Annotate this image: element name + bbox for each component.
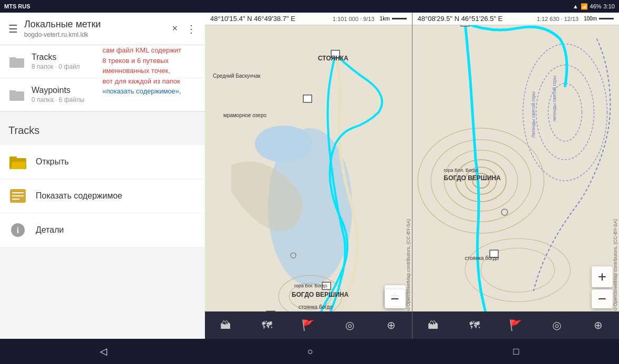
coord-text-left: 48°10'15.4" N 46°49'38.7" E — [210, 15, 295, 23]
map-panel-left[interactable]: 48°10'15.4" N 46°49'38.7" E 1:101 000 · … — [205, 13, 412, 339]
file-list: Tracks 8 папок · 0 файл сам файл KML сод… — [0, 45, 205, 112]
tracks-section: Tracks Открыть — [0, 112, 205, 256]
attribution-left: ©OpenStreetMap contributors, (CC-BY-SA) — [406, 219, 411, 311]
panel-header: ☰ Локальные метки bogdo-vetert.ru.kml.ld… — [0, 13, 205, 45]
map-panels: 48°10'15.4" N 46°49'38.7" E 1:101 000 · … — [205, 13, 619, 339]
scale-bar-label-left: 1km — [380, 16, 390, 22]
android-nav: ◁ ○ □ — [0, 339, 619, 364]
time-text: 3:10 — [604, 3, 615, 9]
details-action[interactable]: i Детали — [0, 213, 205, 247]
svg-rect-2 — [9, 91, 24, 101]
open-action[interactable]: Открыть — [0, 145, 205, 179]
show-contents-label: Показать содержимое — [36, 191, 122, 201]
zoom-plus-right[interactable]: + — [592, 266, 613, 287]
wifi-icon: 📶 — [581, 3, 588, 10]
map-label-stoyanka-bogdo: стоянка богдо — [298, 304, 333, 310]
map-label-legends: Легенды святой горы — [531, 91, 536, 138]
tooltip-line2: 8 треков и 6 путевых — [102, 56, 202, 66]
main-content: ☰ Локальные метки bogdo-vetert.ru.kml.ld… — [0, 13, 619, 339]
map-toolbar-right: 🏔 🗺 🚩 ◎ ⊕ — [412, 311, 620, 339]
map-label-bogdo-r: БОГДО ВЕРШИНА — [444, 174, 501, 182]
scale-line-right — [599, 18, 614, 19]
battery-text: 46% — [590, 3, 602, 9]
open-label: Открыть — [36, 157, 69, 167]
zoom-minus-left[interactable]: − — [385, 289, 406, 308]
terrain-tool-left[interactable]: 🏔 — [215, 315, 236, 336]
layers-tool-left[interactable]: 🗺 — [256, 315, 277, 336]
map-label-legends2: легенды святой горы — [552, 76, 557, 122]
tooltip-line1: сам файл KML содержит — [102, 45, 202, 56]
more-icon[interactable]: ⋮ — [186, 23, 197, 35]
map-label-stoyanka-r: стоянка богдо — [465, 255, 499, 261]
scale-info-left: 1:101 000 · 9/13 — [333, 16, 375, 22]
layers-tool-right[interactable]: 🗺 — [464, 315, 485, 336]
info-icon: i — [8, 221, 27, 240]
scale-line-left — [392, 18, 407, 19]
svg-text:i: i — [17, 226, 19, 235]
map-label-bask: Средний Баскунчак — [213, 73, 261, 79]
map-label-bogdo-small-r: гора Бол. Богдо — [444, 168, 479, 173]
svg-rect-0 — [9, 58, 24, 68]
tooltip-line4: вот для каждой из папок — [102, 76, 202, 87]
location-tool-right[interactable]: ◎ — [546, 315, 568, 336]
map-background-left — [205, 13, 412, 339]
scale-bar-left: 1km — [380, 16, 407, 22]
compass-tool-right[interactable]: ⊕ — [588, 315, 609, 336]
tooltip-line5: «показать содержимое», — [102, 86, 202, 97]
map-label-bogdo-small: гора Бог. Богдо — [294, 283, 327, 288]
status-bar: MTS RUS ▲ 📶 46% 3:10 — [0, 0, 619, 13]
map-panel-right[interactable]: 48°08'29.5" N 46°51'26.5" E 1:12 630 · 1… — [412, 13, 620, 339]
map-toolbar-left: 🏔 🗺 🚩 ◎ ⊕ — [205, 311, 412, 339]
flag-tool-right[interactable]: 🚩 — [505, 315, 526, 336]
list-item[interactable]: Tracks 8 папок · 0 файл сам файл KML сод… — [0, 45, 205, 78]
info-tooltip: сам файл KML содержит 8 треков и 6 путев… — [102, 45, 202, 97]
details-label: Детали — [36, 225, 64, 235]
coord-bar-right: 48°08'29.5" N 46°51'26.5" E 1:12 630 · 1… — [412, 13, 620, 25]
svg-rect-5 — [9, 157, 17, 159]
zoom-minus-right[interactable]: − — [592, 289, 613, 308]
terrain-tool-right[interactable]: 🏔 — [422, 315, 443, 336]
section-title: Tracks — [0, 120, 205, 145]
home-button[interactable]: ○ — [295, 342, 326, 361]
close-icon[interactable]: × — [172, 23, 178, 34]
coord-bar-left: 48°10'15.4" N 46°49'38.7" E 1:101 000 · … — [205, 13, 412, 25]
svg-rect-21 — [303, 95, 312, 102]
left-panel: ☰ Локальные метки bogdo-vetert.ru.kml.ld… — [0, 13, 205, 339]
attribution-right: ©OpenStreetMap contributors, (CC-BY-SA) — [613, 219, 618, 311]
coord-text-right: 48°08'29.5" N 46°51'26.5" E — [418, 15, 503, 23]
folder-icon — [8, 86, 25, 103]
status-right: ▲ 📶 46% 3:10 — [573, 3, 615, 10]
folder-open-icon — [8, 152, 27, 171]
panel-title: Локальные метки — [24, 19, 166, 30]
carrier-text: MTS RUS — [4, 3, 30, 9]
svg-marker-6 — [11, 162, 26, 169]
flag-tool-left[interactable]: 🚩 — [298, 315, 319, 336]
svg-rect-1 — [9, 57, 16, 59]
recent-button[interactable]: □ — [501, 342, 532, 361]
list-icon — [8, 186, 27, 205]
svg-point-17 — [255, 126, 313, 162]
panel-title-area: Локальные метки bogdo-vetert.ru.kml.ldk — [24, 19, 166, 38]
hamburger-menu-icon[interactable]: ☰ — [8, 23, 18, 35]
location-tool-left[interactable]: ◎ — [339, 315, 360, 336]
compass-tool-left[interactable]: ⊕ — [380, 315, 401, 336]
scale-bar-label-right: 100m — [584, 16, 597, 22]
svg-rect-3 — [9, 90, 16, 92]
folder-icon — [8, 53, 25, 70]
back-button[interactable]: ◁ — [87, 341, 120, 361]
scale-bar-right: 100m — [584, 16, 614, 22]
scale-info-right: 1:12 630 · 12/13 — [537, 16, 579, 22]
tooltip-line3: именнованных точек, — [102, 66, 202, 76]
panel-subtitle: bogdo-vetert.ru.kml.ldk — [24, 31, 166, 38]
show-contents-action[interactable]: Показать содержимое — [0, 179, 205, 213]
map-label-bogdo: БОГДО ВЕРШИНА — [292, 291, 348, 298]
map-label-jezero: мраморное озеро — [223, 112, 266, 118]
map-label-stoyanka: СТОЯНКА — [318, 55, 348, 62]
file-meta: 0 папка · 6 файлы — [32, 96, 197, 103]
signal-icon: ▲ — [573, 3, 579, 9]
